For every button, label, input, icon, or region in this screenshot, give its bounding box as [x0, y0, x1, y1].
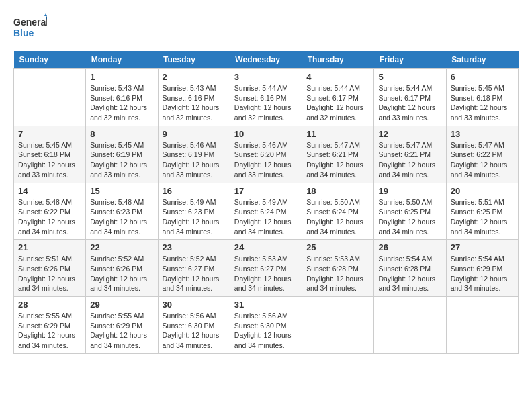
calendar-cell: 27Sunrise: 5:54 AMSunset: 6:29 PMDayligh… — [446, 240, 518, 297]
day-info: Sunrise: 5:47 AMSunset: 6:21 PMDaylight:… — [306, 140, 369, 180]
day-info: Sunrise: 5:50 AMSunset: 6:24 PMDaylight:… — [306, 197, 369, 237]
day-info: Sunrise: 5:50 AMSunset: 6:25 PMDaylight:… — [378, 197, 441, 237]
calendar-cell: 2Sunrise: 5:43 AMSunset: 6:16 PMDaylight… — [158, 69, 230, 126]
day-number: 10 — [234, 129, 298, 139]
day-number: 18 — [306, 186, 369, 196]
calendar-cell: 10Sunrise: 5:46 AMSunset: 6:20 PMDayligh… — [230, 126, 302, 183]
day-number: 6 — [451, 72, 514, 82]
day-number: 16 — [163, 186, 226, 196]
day-info: Sunrise: 5:51 AMSunset: 6:26 PMDaylight:… — [18, 254, 81, 293]
day-number: 23 — [163, 242, 226, 253]
week-row-5: 28Sunrise: 5:55 AMSunset: 6:29 PMDayligh… — [14, 297, 519, 354]
svg-text:Blue: Blue — [13, 28, 34, 38]
calendar-cell — [14, 69, 86, 126]
day-number: 9 — [163, 129, 226, 139]
day-number: 12 — [378, 129, 441, 139]
calendar-cell: 28Sunrise: 5:55 AMSunset: 6:29 PMDayligh… — [14, 297, 86, 354]
calendar-cell: 16Sunrise: 5:49 AMSunset: 6:23 PMDayligh… — [158, 183, 230, 240]
day-info: Sunrise: 5:54 AMSunset: 6:29 PMDaylight:… — [451, 254, 514, 293]
day-info: Sunrise: 5:49 AMSunset: 6:23 PMDaylight:… — [163, 197, 226, 237]
calendar-cell: 4Sunrise: 5:44 AMSunset: 6:17 PMDaylight… — [302, 69, 374, 126]
day-info: Sunrise: 5:44 AMSunset: 6:17 PMDaylight:… — [378, 83, 441, 123]
day-info: Sunrise: 5:53 AMSunset: 6:27 PMDaylight:… — [234, 254, 298, 293]
calendar-cell: 31Sunrise: 5:56 AMSunset: 6:30 PMDayligh… — [230, 297, 302, 354]
calendar-cell: 18Sunrise: 5:50 AMSunset: 6:24 PMDayligh… — [302, 183, 374, 240]
day-number: 19 — [378, 186, 441, 196]
svg-marker-2 — [44, 13, 47, 16]
calendar-cell: 11Sunrise: 5:47 AMSunset: 6:21 PMDayligh… — [302, 126, 374, 183]
day-number: 20 — [451, 186, 514, 196]
calendar-cell — [302, 297, 374, 354]
header-saturday: Saturday — [446, 51, 518, 69]
calendar-cell: 29Sunrise: 5:55 AMSunset: 6:29 PMDayligh… — [86, 297, 158, 354]
day-number: 2 — [163, 72, 226, 82]
calendar-cell: 22Sunrise: 5:52 AMSunset: 6:26 PMDayligh… — [86, 240, 158, 297]
day-number: 25 — [306, 242, 369, 253]
day-number: 27 — [451, 242, 514, 253]
day-info: Sunrise: 5:51 AMSunset: 6:25 PMDaylight:… — [451, 197, 514, 237]
calendar-cell — [446, 297, 518, 354]
day-number: 28 — [18, 300, 81, 310]
day-info: Sunrise: 5:56 AMSunset: 6:30 PMDaylight:… — [163, 311, 226, 351]
day-info: Sunrise: 5:54 AMSunset: 6:28 PMDaylight:… — [378, 254, 441, 293]
day-number: 4 — [306, 72, 369, 82]
calendar-cell — [374, 297, 446, 354]
day-number: 14 — [18, 186, 81, 196]
week-row-3: 14Sunrise: 5:48 AMSunset: 6:22 PMDayligh… — [14, 183, 519, 240]
day-info: Sunrise: 5:53 AMSunset: 6:28 PMDaylight:… — [306, 254, 369, 293]
calendar-cell: 21Sunrise: 5:51 AMSunset: 6:26 PMDayligh… — [14, 240, 86, 297]
day-info: Sunrise: 5:44 AMSunset: 6:17 PMDaylight:… — [306, 83, 369, 123]
calendar-cell: 14Sunrise: 5:48 AMSunset: 6:22 PMDayligh… — [14, 183, 86, 240]
day-info: Sunrise: 5:46 AMSunset: 6:19 PMDaylight:… — [163, 140, 226, 180]
day-number: 26 — [378, 242, 441, 253]
day-number: 1 — [90, 72, 153, 82]
calendar-cell: 19Sunrise: 5:50 AMSunset: 6:25 PMDayligh… — [374, 183, 446, 240]
week-row-2: 7Sunrise: 5:45 AMSunset: 6:18 PMDaylight… — [14, 126, 519, 183]
day-info: Sunrise: 5:49 AMSunset: 6:24 PMDaylight:… — [234, 197, 298, 237]
day-number: 3 — [234, 72, 298, 82]
day-info: Sunrise: 5:55 AMSunset: 6:29 PMDaylight:… — [18, 311, 81, 351]
day-number: 7 — [18, 129, 81, 139]
calendar-cell: 15Sunrise: 5:48 AMSunset: 6:23 PMDayligh… — [86, 183, 158, 240]
calendar-cell: 3Sunrise: 5:44 AMSunset: 6:16 PMDaylight… — [230, 69, 302, 126]
day-info: Sunrise: 5:48 AMSunset: 6:23 PMDaylight:… — [90, 197, 153, 237]
header-monday: Monday — [86, 51, 158, 69]
calendar-cell: 13Sunrise: 5:47 AMSunset: 6:22 PMDayligh… — [446, 126, 518, 183]
day-number: 15 — [90, 186, 153, 196]
calendar-cell: 17Sunrise: 5:49 AMSunset: 6:24 PMDayligh… — [230, 183, 302, 240]
day-info: Sunrise: 5:55 AMSunset: 6:29 PMDaylight:… — [90, 311, 153, 351]
calendar-cell: 5Sunrise: 5:44 AMSunset: 6:17 PMDaylight… — [374, 69, 446, 126]
calendar-cell: 25Sunrise: 5:53 AMSunset: 6:28 PMDayligh… — [302, 240, 374, 297]
calendar-cell: 24Sunrise: 5:53 AMSunset: 6:27 PMDayligh… — [230, 240, 302, 297]
header-wednesday: Wednesday — [230, 51, 302, 69]
day-info: Sunrise: 5:52 AMSunset: 6:26 PMDaylight:… — [90, 254, 153, 293]
day-number: 21 — [18, 242, 81, 253]
day-info: Sunrise: 5:43 AMSunset: 6:16 PMDaylight:… — [90, 83, 153, 123]
logo: General Blue — [13, 13, 47, 40]
calendar-cell: 9Sunrise: 5:46 AMSunset: 6:19 PMDaylight… — [158, 126, 230, 183]
day-info: Sunrise: 5:52 AMSunset: 6:27 PMDaylight:… — [163, 254, 226, 293]
day-info: Sunrise: 5:47 AMSunset: 6:22 PMDaylight:… — [451, 140, 514, 180]
calendar-table: SundayMondayTuesdayWednesdayThursdayFrid… — [13, 51, 519, 354]
day-number: 22 — [90, 242, 153, 253]
calendar-cell: 23Sunrise: 5:52 AMSunset: 6:27 PMDayligh… — [158, 240, 230, 297]
calendar-cell: 6Sunrise: 5:45 AMSunset: 6:18 PMDaylight… — [446, 69, 518, 126]
day-number: 17 — [234, 186, 298, 196]
header-friday: Friday — [374, 51, 446, 69]
week-row-4: 21Sunrise: 5:51 AMSunset: 6:26 PMDayligh… — [14, 240, 519, 297]
day-number: 24 — [234, 242, 298, 253]
logo-icon: General Blue — [13, 13, 47, 40]
week-row-1: 1Sunrise: 5:43 AMSunset: 6:16 PMDaylight… — [14, 69, 519, 126]
day-number: 8 — [90, 129, 153, 139]
calendar-cell: 20Sunrise: 5:51 AMSunset: 6:25 PMDayligh… — [446, 183, 518, 240]
day-number: 11 — [306, 129, 369, 139]
calendar-cell: 30Sunrise: 5:56 AMSunset: 6:30 PMDayligh… — [158, 297, 230, 354]
calendar-header-row: SundayMondayTuesdayWednesdayThursdayFrid… — [14, 51, 519, 69]
day-number: 30 — [163, 300, 226, 310]
header-tuesday: Tuesday — [158, 51, 230, 69]
svg-text:General: General — [13, 17, 47, 28]
calendar-cell: 1Sunrise: 5:43 AMSunset: 6:16 PMDaylight… — [86, 69, 158, 126]
day-info: Sunrise: 5:46 AMSunset: 6:20 PMDaylight:… — [234, 140, 298, 180]
calendar-cell: 26Sunrise: 5:54 AMSunset: 6:28 PMDayligh… — [374, 240, 446, 297]
calendar-cell: 7Sunrise: 5:45 AMSunset: 6:18 PMDaylight… — [14, 126, 86, 183]
